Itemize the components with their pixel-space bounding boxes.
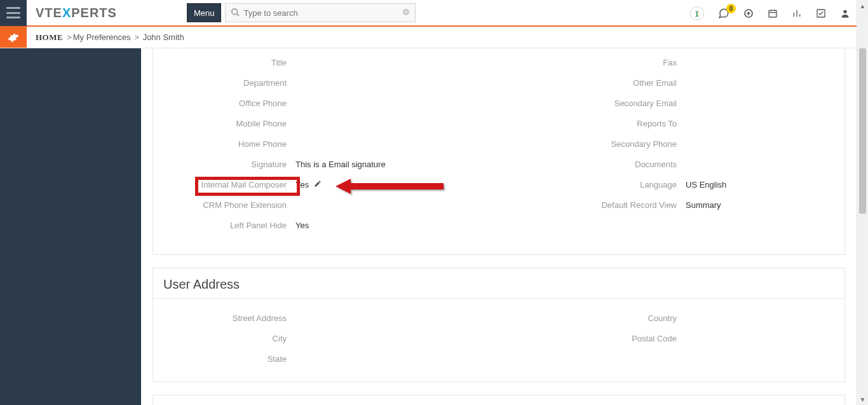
field-row: City bbox=[153, 328, 499, 348]
field-value: US English bbox=[683, 180, 726, 189]
field-row: Documents bbox=[499, 154, 844, 174]
field-label: Language bbox=[499, 180, 683, 189]
field-label: Other Email bbox=[499, 78, 683, 88]
logo-part: VT bbox=[36, 6, 53, 20]
field-row: Title bbox=[153, 52, 499, 72]
menu-toggle-button[interactable] bbox=[0, 0, 27, 26]
field-value-text: Summary bbox=[686, 200, 721, 210]
field-value[interactable]: Yes bbox=[293, 180, 322, 189]
field-label: Title bbox=[153, 58, 293, 67]
logo-part: PERTS bbox=[71, 6, 117, 20]
field-value: Summary bbox=[683, 200, 721, 210]
field-row: Office Phone bbox=[153, 93, 499, 113]
logo-part: X bbox=[62, 6, 71, 20]
field-value-text: US English bbox=[686, 180, 726, 189]
field-label: Default Record View bbox=[499, 200, 683, 210]
calendar-icon[interactable] bbox=[768, 8, 778, 18]
search-input[interactable] bbox=[243, 8, 402, 18]
field-value-text: This is a Email signature bbox=[295, 160, 386, 169]
user-icon[interactable] bbox=[840, 8, 850, 18]
user-address-panel: User Address Street AddressCityState Cou… bbox=[153, 268, 845, 382]
field-label: Internal Mail Composer bbox=[153, 180, 293, 189]
field-label: Signature bbox=[153, 160, 293, 169]
chat-badge: 0 bbox=[726, 4, 736, 13]
svg-point-14 bbox=[843, 10, 846, 13]
chat-icon[interactable]: 0 bbox=[718, 8, 729, 19]
breadcrumb-sep: > bbox=[67, 32, 72, 42]
field-label: Left Panel Hide bbox=[153, 221, 293, 230]
breadcrumb: HOME > My Preferences > John Smith bbox=[27, 27, 184, 48]
field-row: Internal Mail ComposerYes bbox=[153, 174, 499, 195]
field-row: Default Record ViewSummary bbox=[499, 195, 844, 215]
field-label: Street Address bbox=[153, 313, 293, 323]
field-row: Mobile Phone bbox=[153, 113, 499, 134]
breadcrumb-level1[interactable]: My Preferences bbox=[73, 32, 131, 42]
main-content: TitleDepartmentOffice PhoneMobile PhoneH… bbox=[141, 48, 857, 405]
section-title-photo: User Photograph bbox=[153, 395, 844, 405]
breadcrumb-level2[interactable]: John Smith bbox=[143, 32, 184, 42]
user-photograph-panel: User Photograph bbox=[153, 395, 845, 405]
field-row: LanguageUS English bbox=[499, 174, 844, 195]
field-label: Documents bbox=[499, 160, 683, 169]
field-label: State bbox=[153, 354, 293, 364]
field-row: Postal Code bbox=[499, 328, 844, 348]
field-label: Department bbox=[153, 78, 293, 88]
settings-button[interactable] bbox=[0, 27, 27, 48]
field-label: Fax bbox=[499, 58, 683, 67]
preferences-panel: TitleDepartmentOffice PhoneMobile PhoneH… bbox=[153, 48, 845, 255]
left-sidebar bbox=[0, 48, 141, 405]
company-icon[interactable]: )( bbox=[690, 6, 704, 20]
field-value-text: Yes bbox=[295, 180, 309, 189]
gear-icon bbox=[8, 32, 19, 43]
field-value: Yes bbox=[293, 221, 309, 230]
field-row: Reports To bbox=[499, 113, 844, 134]
field-label: Home Phone bbox=[153, 139, 293, 149]
hamburger-icon bbox=[6, 7, 20, 18]
field-label: Mobile Phone bbox=[153, 119, 293, 128]
breadcrumb-sep: > bbox=[132, 32, 142, 42]
field-value-text: Yes bbox=[295, 221, 309, 230]
top-right-icons: )( 0 bbox=[690, 0, 850, 27]
field-label: Reports To bbox=[499, 119, 683, 128]
reports-icon[interactable] bbox=[792, 8, 802, 18]
field-row: Fax bbox=[499, 52, 844, 72]
top-bar: VTEXPERTS Menu )( 0 bbox=[0, 0, 868, 27]
main-menu-button[interactable]: Menu bbox=[187, 3, 222, 22]
scroll-down-icon[interactable]: ▼ bbox=[857, 394, 868, 405]
tasks-icon[interactable] bbox=[816, 8, 826, 18]
field-row: Home Phone bbox=[153, 134, 499, 154]
add-icon[interactable] bbox=[743, 8, 754, 18]
logo-part: E bbox=[53, 6, 62, 20]
field-row: Other Email bbox=[499, 72, 844, 93]
section-title-address: User Address bbox=[153, 268, 844, 299]
breadcrumb-bar: HOME > My Preferences > John Smith bbox=[0, 27, 868, 48]
breadcrumb-home[interactable]: HOME bbox=[36, 32, 63, 43]
field-row: Department bbox=[153, 72, 499, 93]
svg-point-0 bbox=[232, 8, 238, 14]
field-row: CRM Phone Extension bbox=[153, 195, 499, 215]
vertical-scrollbar[interactable]: ▲ ▼ bbox=[857, 0, 868, 405]
svg-rect-6 bbox=[769, 10, 776, 17]
field-label: Secondary Email bbox=[499, 99, 683, 108]
field-label: Secondary Phone bbox=[499, 139, 683, 149]
search-icon bbox=[231, 8, 240, 18]
field-row: SignatureThis is a Email signature bbox=[153, 154, 499, 174]
field-row: Left Panel HideYes bbox=[153, 215, 499, 235]
chevron-down-icon[interactable] bbox=[402, 8, 410, 18]
field-row: Secondary Phone bbox=[499, 134, 844, 154]
field-label: City bbox=[153, 334, 293, 343]
field-row: Country bbox=[499, 308, 844, 328]
scroll-up-icon[interactable]: ▲ bbox=[857, 0, 868, 11]
svg-point-2 bbox=[403, 9, 409, 15]
field-row: State bbox=[153, 348, 499, 369]
scroll-thumb[interactable] bbox=[859, 48, 866, 214]
field-label: CRM Phone Extension bbox=[153, 200, 293, 210]
field-label: Postal Code bbox=[499, 334, 683, 343]
svg-line-1 bbox=[237, 13, 240, 16]
global-search[interactable] bbox=[225, 3, 416, 22]
field-label: Office Phone bbox=[153, 99, 293, 108]
field-label: Country bbox=[499, 313, 683, 323]
field-row: Street Address bbox=[153, 308, 499, 328]
edit-icon[interactable] bbox=[314, 180, 322, 189]
field-row: Secondary Email bbox=[499, 93, 844, 113]
